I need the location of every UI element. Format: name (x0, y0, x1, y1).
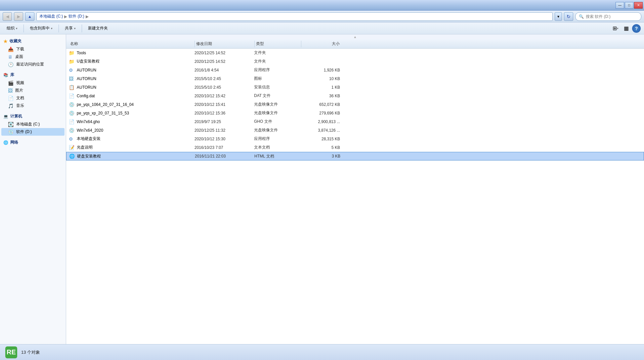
sidebar-item-video[interactable]: 🎬 视频 (1, 79, 64, 87)
sidebar-item-d-drive-label: 软件 (D:) (16, 129, 32, 135)
toolbar-separator-1 (23, 24, 24, 32)
table-row[interactable]: ⚙ AUTORUN 2016/1/8 4:54 应用程序 1,926 KB (66, 66, 644, 74)
sidebar-item-download[interactable]: 📥 下载 (1, 45, 64, 53)
statusbar: RE 13 个对象 (0, 344, 644, 360)
table-row[interactable]: 📁 U盘安装教程 2020/12/25 14:52 文件夹 (66, 57, 644, 66)
file-date-10: 2020/10/12 15:30 (194, 137, 254, 141)
file-type-3: 图标 (254, 76, 300, 81)
sidebar-item-d-drive[interactable]: 💿 软件 (D:) (1, 128, 64, 136)
address-dropdown[interactable]: ▾ (555, 12, 562, 21)
refresh-icon: ↻ (567, 14, 571, 19)
preview-icon: ▦ (624, 25, 629, 31)
sidebar-computer-header[interactable]: 💻 计算机 (1, 112, 64, 120)
file-size-3: 10 KB (300, 76, 340, 81)
new-folder-button[interactable]: 新建文件夹 (85, 24, 111, 33)
sidebar-library-header[interactable]: 📚 库 (1, 71, 64, 79)
sidebar: ★ 收藏夹 📥 下载 🖥 桌面 🕐 最近访问的位置 📚 库 (0, 34, 66, 344)
addressbar: ◀ ▶ ▲ 本地磁盘 (C:) ▶ 软件 (D:) ▶ ▾ ↻ 🔍 (0, 11, 644, 22)
sidebar-item-recent[interactable]: 🕐 最近访问的位置 (1, 61, 64, 68)
c-drive-icon: 💽 (8, 122, 14, 127)
file-date-7: 2020/10/12 15:36 (194, 111, 254, 115)
organize-chevron-icon: ▾ (16, 27, 18, 30)
file-name-2: AUTORUN (77, 68, 194, 72)
sidebar-favorites-header[interactable]: ★ 收藏夹 (1, 37, 64, 45)
file-type-0: 文件夹 (254, 50, 300, 56)
table-row[interactable]: 📄 Win7x64.gho 2019/9/7 19:25 GHO 文件 2,90… (66, 117, 644, 126)
file-icon-7: 💿 (69, 111, 75, 116)
toolbar-separator-3 (82, 24, 82, 32)
favorites-star-icon: ★ (3, 39, 8, 44)
status-logo-text: RE (7, 348, 16, 356)
share-chevron-icon: ▾ (74, 27, 76, 30)
table-row[interactable]: 📝 光盘说明 2016/10/23 7:07 文本文档 5 KB (66, 143, 644, 152)
file-type-5: DAT 文件 (254, 93, 300, 99)
file-size-2: 1,926 KB (300, 68, 340, 72)
maximize-button[interactable]: □ (625, 2, 633, 9)
table-row[interactable]: 📁 Tools 2020/12/25 14:52 文件夹 (66, 49, 644, 57)
table-row[interactable]: 📋 AUTORUN 2015/5/10 2:45 安装信息 1 KB (66, 83, 644, 92)
sidebar-item-images[interactable]: 🖼 图片 (1, 87, 64, 94)
file-name-12: 硬盘安装教程 (77, 154, 195, 159)
file-type-9: 光盘映像文件 (254, 127, 300, 133)
table-row[interactable]: 💿 pe_yqs_xp_20_07_31_15_53 2020/10/12 15… (66, 109, 644, 117)
sidebar-item-desktop-label: 桌面 (15, 54, 23, 60)
table-row[interactable]: 💿 Win7x64_2020 2020/12/25 11:32 光盘映像文件 3… (66, 126, 644, 135)
up-button[interactable]: ▲ (25, 12, 34, 21)
sidebar-item-music[interactable]: 🎵 音乐 (1, 102, 64, 110)
include-library-button[interactable]: 包含到库中 ▾ (26, 24, 56, 33)
images-icon: 🖼 (8, 88, 13, 93)
status-logo: RE (5, 346, 17, 358)
file-date-4: 2015/5/10 2:45 (194, 85, 254, 90)
file-type-1: 文件夹 (254, 59, 300, 64)
close-button[interactable]: ✕ (634, 2, 643, 9)
network-icon: 🌐 (3, 140, 8, 145)
sidebar-network-header[interactable]: 🌐 网络 (1, 138, 64, 147)
table-row[interactable]: 💿 pe_yqs_1064_20_07_31_16_04 2020/10/12 … (66, 100, 644, 109)
forward-button[interactable]: ▶ (14, 12, 23, 21)
file-name-5: Config.dat (77, 94, 194, 98)
column-name[interactable]: 名称 (69, 41, 194, 47)
video-icon: 🎬 (8, 80, 14, 86)
back-button[interactable]: ◀ (3, 12, 12, 21)
view-icon: ⊞ (613, 25, 617, 31)
desktop-icon: 🖥 (8, 54, 13, 60)
toolbar-right: ⊞ ▾ ▦ ? (611, 24, 641, 33)
column-type[interactable]: 类型 (255, 41, 301, 47)
search-input[interactable] (586, 14, 632, 19)
file-name-1: U盘安装教程 (77, 59, 194, 64)
share-button[interactable]: 共享 ▾ (62, 24, 79, 33)
refresh-button[interactable]: ↻ (564, 12, 573, 21)
minimize-button[interactable]: — (616, 2, 624, 9)
file-name-10: 本地硬盘安装 (77, 136, 194, 142)
file-size-5: 36 KB (300, 94, 340, 98)
sidebar-item-docs[interactable]: 📄 文档 (1, 94, 64, 102)
help-button[interactable]: ? (632, 24, 641, 33)
file-size-8: 2,900,813 ... (300, 119, 340, 124)
table-row[interactable]: 📄 Config.dat 2020/10/12 15:42 DAT 文件 36 … (66, 92, 644, 100)
file-date-2: 2016/1/8 4:54 (194, 68, 254, 72)
sidebar-item-c-drive[interactable]: 💽 本地磁盘 (C:) (1, 120, 64, 128)
file-icon-0: 📁 (69, 50, 75, 56)
organize-button[interactable]: 组织 ▾ (3, 24, 21, 33)
table-row[interactable]: 🌐 硬盘安装教程 2016/11/21 22:03 HTML 文档 3 KB (66, 152, 644, 160)
file-area: ▲ 名称 修改日期 类型 大小 📁 Tools 2020/12/25 14:52… (66, 34, 644, 344)
table-row[interactable]: 🖼 AUTORUN 2015/5/10 2:45 图标 10 KB (66, 74, 644, 83)
view-toggle-button[interactable]: ⊞ ▾ (611, 24, 620, 33)
file-size-10: 28,315 KB (300, 137, 340, 141)
sidebar-item-desktop[interactable]: 🖥 桌面 (1, 53, 64, 61)
new-folder-label: 新建文件夹 (88, 25, 108, 31)
file-type-12: HTML 文档 (254, 154, 301, 159)
preview-pane-button[interactable]: ▦ (622, 24, 631, 33)
table-row[interactable]: ⚙ 本地硬盘安装 2020/10/12 15:30 应用程序 28,315 KB (66, 135, 644, 143)
breadcrumb-computer[interactable]: 本地磁盘 (C:) (39, 14, 63, 19)
breadcrumb-sep-2: ▶ (86, 14, 89, 19)
column-modified[interactable]: 修改日期 (195, 41, 254, 47)
file-icon-8: 📄 (69, 119, 75, 124)
file-type-11: 文本文档 (254, 145, 300, 150)
file-date-1: 2020/12/25 14:52 (194, 59, 254, 64)
column-header: 名称 修改日期 类型 大小 (66, 39, 644, 49)
column-size[interactable]: 大小 (301, 41, 341, 47)
download-folder-icon: 📥 (8, 47, 14, 52)
breadcrumb-drive[interactable]: 软件 (D:) (68, 14, 84, 19)
file-type-7: 光盘映像文件 (254, 110, 300, 116)
